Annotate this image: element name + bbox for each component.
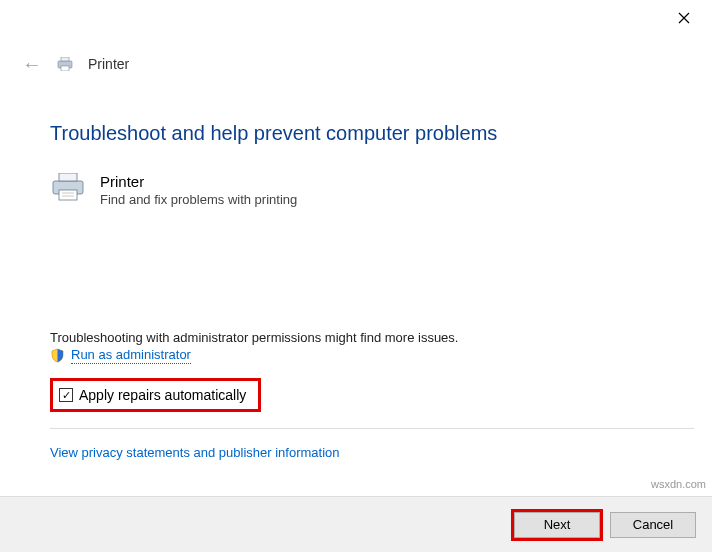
svg-rect-1 — [61, 57, 69, 61]
content-area: Troubleshoot and help prevent computer p… — [0, 74, 712, 207]
footer-bar: Next Cancel — [0, 496, 712, 552]
cancel-button[interactable]: Cancel — [610, 512, 696, 538]
printer-small-icon — [56, 57, 74, 71]
page-heading: Troubleshoot and help prevent computer p… — [50, 122, 662, 145]
admin-hint-text: Troubleshooting with administrator permi… — [50, 330, 694, 345]
privacy-link[interactable]: View privacy statements and publisher in… — [50, 445, 340, 460]
section-title: Printer — [100, 173, 297, 190]
svg-rect-2 — [61, 66, 69, 71]
window-title: Printer — [88, 56, 129, 72]
apply-repairs-checkbox-row[interactable]: ✓ Apply repairs automatically — [50, 378, 261, 412]
watermark-text: wsxdn.com — [651, 478, 706, 490]
titlebar — [0, 0, 712, 36]
divider — [50, 428, 694, 429]
apply-repairs-label: Apply repairs automatically — [79, 387, 246, 403]
svg-rect-4 — [59, 173, 77, 181]
back-arrow-icon: ← — [22, 54, 42, 74]
options-block: Troubleshooting with administrator permi… — [50, 330, 694, 461]
apply-repairs-checkbox[interactable]: ✓ — [59, 388, 73, 402]
header-row: ← Printer — [0, 36, 712, 74]
section-description: Find and fix problems with printing — [100, 192, 297, 207]
close-icon — [678, 12, 690, 24]
svg-rect-5 — [59, 190, 77, 200]
run-as-admin-link[interactable]: Run as administrator — [71, 347, 191, 364]
run-as-admin-row: Run as administrator — [50, 347, 694, 364]
next-button[interactable]: Next — [514, 512, 600, 538]
printer-icon — [50, 173, 86, 201]
troubleshooter-section: Printer Find and fix problems with print… — [50, 173, 662, 207]
shield-icon — [50, 348, 65, 363]
close-button[interactable] — [664, 4, 704, 32]
